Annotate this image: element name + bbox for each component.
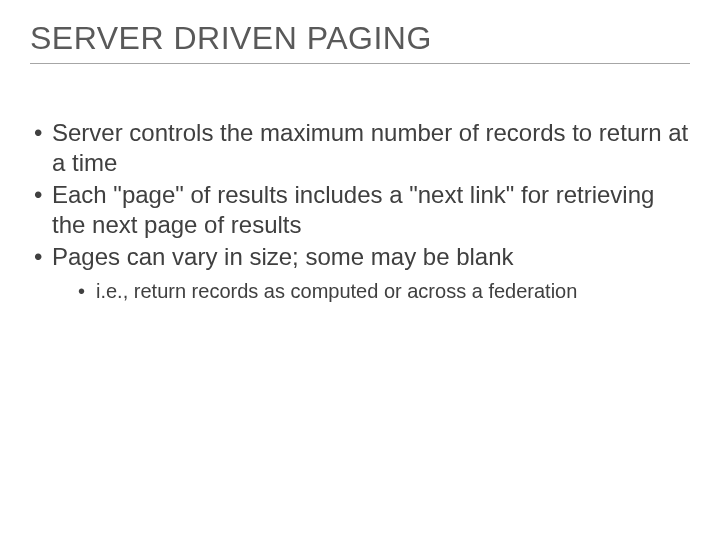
bullet-text: Pages can vary in size; some may be blan… <box>52 243 514 270</box>
list-item: Pages can vary in size; some may be blan… <box>30 242 690 304</box>
list-item: Server controls the maximum number of re… <box>30 118 690 178</box>
slide: SERVER DRIVEN PAGING Server controls the… <box>0 0 720 540</box>
slide-title: SERVER DRIVEN PAGING <box>30 20 690 57</box>
bullet-list: Server controls the maximum number of re… <box>30 118 690 304</box>
bullet-text: i.e., return records as computed or acro… <box>96 280 577 302</box>
bullet-text: Server controls the maximum number of re… <box>52 119 688 176</box>
list-item: i.e., return records as computed or acro… <box>52 278 690 304</box>
bullet-text: Each "page" of results includes a "next … <box>52 181 654 238</box>
title-rule <box>30 63 690 64</box>
list-item: Each "page" of results includes a "next … <box>30 180 690 240</box>
sub-bullet-list: i.e., return records as computed or acro… <box>52 278 690 304</box>
